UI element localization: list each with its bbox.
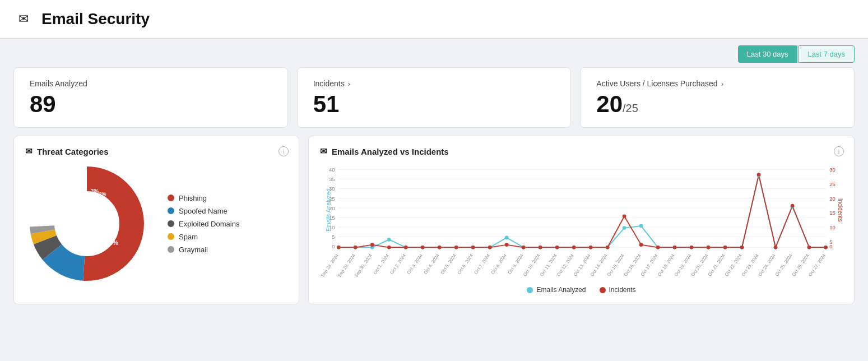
emails-chart-title: ✉ Emails Analyzed vs Incidents: [320, 146, 843, 156]
spam-dot: [168, 233, 174, 240]
emails-analyzed-value: 89: [30, 92, 272, 116]
svg-text:10: 10: [829, 224, 835, 230]
incident-dot: [337, 246, 341, 249]
svg-text:Oct 9, 2024: Oct 9, 2024: [507, 253, 525, 275]
chart-legend-emails: Emails Analyzed: [527, 286, 586, 294]
svg-text:Oct 1, 2024: Oct 1, 2024: [373, 253, 391, 275]
svg-text:25: 25: [829, 181, 835, 187]
emails-chart-info-icon[interactable]: i: [834, 146, 844, 156]
incident-dot: [572, 246, 576, 249]
line-chart-svg: 40 35 30 25 20 15 10 5 0 Emails Analyzed…: [320, 162, 843, 279]
active-users-card[interactable]: Active Users / Licenses Purchased › 20/2…: [580, 67, 855, 128]
svg-text:20: 20: [829, 196, 835, 202]
svg-text:Oct 25, 2024: Oct 25, 2024: [774, 253, 793, 277]
svg-text:5%: 5%: [77, 192, 86, 198]
svg-text:15: 15: [829, 210, 835, 216]
svg-text:Oct 3, 2024: Oct 3, 2024: [406, 253, 424, 275]
svg-text:5: 5: [332, 234, 335, 240]
svg-text:Oct 24, 2024: Oct 24, 2024: [758, 253, 777, 277]
bottom-row: ✉ Threat Categories i: [0, 136, 868, 318]
graymail-dot: [168, 246, 174, 253]
page-title: Email Security: [41, 10, 150, 28]
svg-text:Oct 10, 2024: Oct 10, 2024: [522, 253, 541, 277]
exploited-dot: [168, 220, 174, 227]
last-7-days-button[interactable]: Last 7 days: [799, 45, 855, 63]
dot: [623, 226, 626, 230]
svg-text:Oct 27, 2024: Oct 27, 2024: [807, 253, 827, 277]
svg-text:Oct 23, 2024: Oct 23, 2024: [741, 253, 760, 277]
incident-dot: [639, 243, 643, 247]
legend-phishing: Phishing: [168, 194, 239, 202]
svg-text:Oct 16, 2024: Oct 16, 2024: [623, 253, 642, 277]
incident-dot: [354, 246, 358, 249]
incidents-chevron-icon: ›: [348, 80, 350, 88]
svg-text:Oct 20, 2024: Oct 20, 2024: [690, 253, 709, 277]
incident-dot: [471, 246, 475, 249]
incidents-card[interactable]: Incidents › 51: [297, 67, 572, 128]
incident-dot: [555, 246, 559, 249]
svg-text:35: 35: [329, 176, 335, 182]
svg-text:3%: 3%: [91, 188, 99, 195]
svg-text:Oct 18, 2024: Oct 18, 2024: [657, 253, 676, 277]
legend-spoofed: Spoofed Name: [168, 207, 239, 215]
incidents-value: 51: [313, 92, 555, 116]
emails-analyzed-legend-dot: [527, 287, 533, 293]
dot: [639, 224, 643, 228]
svg-text:13%: 13%: [57, 223, 69, 229]
incident-dot: [454, 246, 458, 249]
svg-text:Oct 22, 2024: Oct 22, 2024: [724, 253, 743, 277]
last-30-days-button[interactable]: Last 30 days: [738, 45, 797, 63]
incident-dot: [370, 243, 374, 247]
svg-text:Oct 12, 2024: Oct 12, 2024: [556, 253, 575, 277]
page-header: ✉ Email Security: [0, 0, 868, 39]
incident-dot: [791, 204, 795, 208]
phishing-dot: [168, 195, 174, 201]
svg-text:Incidents: Incidents: [837, 198, 843, 222]
incident-dot: [807, 246, 811, 249]
active-users-value: 20/25: [596, 92, 838, 116]
incident-dot: [740, 246, 744, 249]
svg-text:Emails Analyzed: Emails Analyzed: [326, 188, 332, 232]
active-users-label: Active Users / Licenses Purchased ›: [596, 79, 838, 88]
incident-dot: [387, 246, 391, 249]
emails-analyzed-card: Emails Analyzed 89: [13, 67, 288, 128]
incident-dot: [623, 214, 626, 218]
svg-text:Oct 14, 2024: Oct 14, 2024: [590, 253, 609, 277]
svg-text:Oct 26, 2024: Oct 26, 2024: [791, 253, 810, 277]
donut-area: 76% 13% 5% 3% 2% Phishing: [25, 162, 287, 285]
threat-categories-card: ✉ Threat Categories i: [13, 136, 299, 304]
svg-text:Oct 21, 2024: Oct 21, 2024: [707, 253, 726, 277]
chart-bottom-legend: Emails Analyzed Incidents: [320, 286, 843, 294]
incidents-label: Incidents ›: [313, 79, 555, 88]
dot: [505, 236, 509, 240]
incident-dot: [488, 246, 492, 249]
svg-text:Oct 19, 2024: Oct 19, 2024: [674, 253, 693, 277]
svg-text:Oct 5, 2024: Oct 5, 2024: [440, 253, 458, 275]
active-users-chevron-icon: ›: [721, 80, 723, 88]
stats-row: Emails Analyzed 89 Incidents › 51 Active…: [0, 67, 868, 136]
svg-text:Oct 2, 2024: Oct 2, 2024: [389, 253, 407, 275]
emails-chart-card: ✉ Emails Analyzed vs Incidents i 40 35 3…: [308, 136, 855, 304]
incident-dot: [404, 246, 408, 249]
svg-text:2%: 2%: [99, 191, 106, 197]
svg-text:Oct 15, 2024: Oct 15, 2024: [606, 253, 625, 277]
threat-categories-icon: ✉: [25, 146, 33, 156]
svg-text:30: 30: [829, 166, 835, 173]
period-toolbar: Last 30 days Last 7 days: [0, 39, 868, 67]
incident-dot: [673, 246, 677, 249]
svg-text:Oct 7, 2024: Oct 7, 2024: [474, 253, 491, 275]
legend-spam: Spam: [168, 233, 239, 241]
chart-area: 40 35 30 25 20 15 10 5 0 Emails Analyzed…: [320, 162, 843, 281]
incident-dot: [589, 246, 593, 249]
threat-categories-info-icon[interactable]: i: [278, 146, 289, 156]
legend-exploited: Exploited Domains: [168, 220, 239, 228]
incident-dot: [656, 246, 660, 249]
incident-dot: [774, 246, 778, 249]
chart-legend-incidents: Incidents: [600, 286, 636, 294]
svg-text:Oct 4, 2024: Oct 4, 2024: [423, 253, 441, 275]
spoofed-dot: [168, 207, 174, 214]
incident-dot: [539, 246, 542, 249]
incident-dot: [606, 246, 610, 249]
svg-text:Oct 6, 2024: Oct 6, 2024: [457, 253, 475, 275]
dot: [387, 238, 391, 242]
